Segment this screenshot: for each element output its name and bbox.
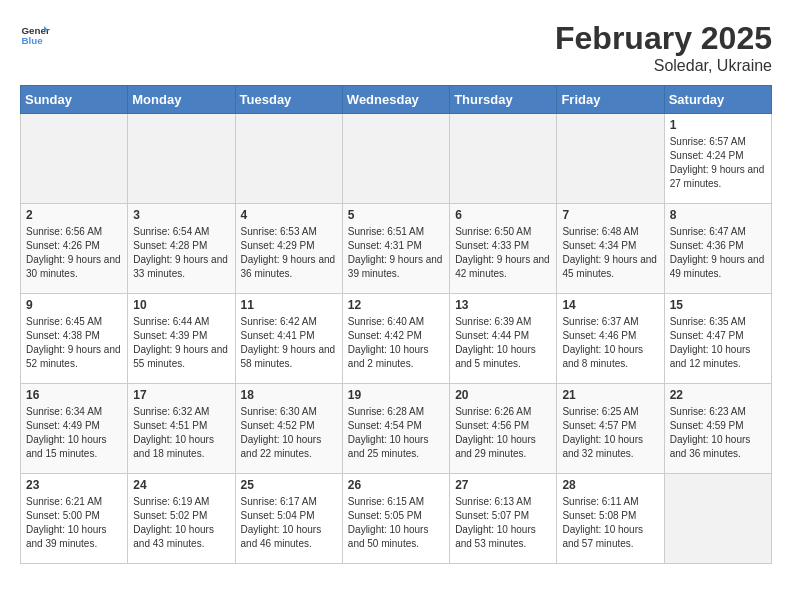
calendar-cell — [128, 114, 235, 204]
header-thursday: Thursday — [450, 86, 557, 114]
day-number: 24 — [133, 478, 229, 492]
day-number: 3 — [133, 208, 229, 222]
calendar-cell: 14Sunrise: 6:37 AM Sunset: 4:46 PM Dayli… — [557, 294, 664, 384]
day-number: 25 — [241, 478, 337, 492]
day-number: 9 — [26, 298, 122, 312]
day-number: 1 — [670, 118, 766, 132]
day-number: 12 — [348, 298, 444, 312]
svg-text:Blue: Blue — [22, 35, 44, 46]
calendar-cell — [21, 114, 128, 204]
calendar-cell: 4Sunrise: 6:53 AM Sunset: 4:29 PM Daylig… — [235, 204, 342, 294]
logo: General Blue — [20, 20, 50, 50]
calendar-cell: 12Sunrise: 6:40 AM Sunset: 4:42 PM Dayli… — [342, 294, 449, 384]
day-info: Sunrise: 6:15 AM Sunset: 5:05 PM Dayligh… — [348, 495, 444, 551]
day-number: 16 — [26, 388, 122, 402]
calendar-cell: 7Sunrise: 6:48 AM Sunset: 4:34 PM Daylig… — [557, 204, 664, 294]
calendar-cell: 5Sunrise: 6:51 AM Sunset: 4:31 PM Daylig… — [342, 204, 449, 294]
week-row-3: 9Sunrise: 6:45 AM Sunset: 4:38 PM Daylig… — [21, 294, 772, 384]
calendar-cell: 19Sunrise: 6:28 AM Sunset: 4:54 PM Dayli… — [342, 384, 449, 474]
day-number: 21 — [562, 388, 658, 402]
calendar-cell: 23Sunrise: 6:21 AM Sunset: 5:00 PM Dayli… — [21, 474, 128, 564]
week-row-4: 16Sunrise: 6:34 AM Sunset: 4:49 PM Dayli… — [21, 384, 772, 474]
header-monday: Monday — [128, 86, 235, 114]
calendar-cell: 26Sunrise: 6:15 AM Sunset: 5:05 PM Dayli… — [342, 474, 449, 564]
day-number: 20 — [455, 388, 551, 402]
calendar-cell: 6Sunrise: 6:50 AM Sunset: 4:33 PM Daylig… — [450, 204, 557, 294]
calendar-cell: 28Sunrise: 6:11 AM Sunset: 5:08 PM Dayli… — [557, 474, 664, 564]
day-info: Sunrise: 6:39 AM Sunset: 4:44 PM Dayligh… — [455, 315, 551, 371]
header-friday: Friday — [557, 86, 664, 114]
day-number: 27 — [455, 478, 551, 492]
calendar-cell: 24Sunrise: 6:19 AM Sunset: 5:02 PM Dayli… — [128, 474, 235, 564]
day-info: Sunrise: 6:57 AM Sunset: 4:24 PM Dayligh… — [670, 135, 766, 191]
calendar-cell: 17Sunrise: 6:32 AM Sunset: 4:51 PM Dayli… — [128, 384, 235, 474]
header-wednesday: Wednesday — [342, 86, 449, 114]
day-info: Sunrise: 6:48 AM Sunset: 4:34 PM Dayligh… — [562, 225, 658, 281]
day-number: 2 — [26, 208, 122, 222]
day-number: 18 — [241, 388, 337, 402]
day-info: Sunrise: 6:25 AM Sunset: 4:57 PM Dayligh… — [562, 405, 658, 461]
week-row-5: 23Sunrise: 6:21 AM Sunset: 5:00 PM Dayli… — [21, 474, 772, 564]
page-title: February 2025 — [555, 20, 772, 57]
day-info: Sunrise: 6:11 AM Sunset: 5:08 PM Dayligh… — [562, 495, 658, 551]
logo-icon: General Blue — [20, 20, 50, 50]
calendar-cell: 8Sunrise: 6:47 AM Sunset: 4:36 PM Daylig… — [664, 204, 771, 294]
calendar-table: SundayMondayTuesdayWednesdayThursdayFrid… — [20, 85, 772, 564]
day-info: Sunrise: 6:51 AM Sunset: 4:31 PM Dayligh… — [348, 225, 444, 281]
day-info: Sunrise: 6:19 AM Sunset: 5:02 PM Dayligh… — [133, 495, 229, 551]
day-number: 11 — [241, 298, 337, 312]
week-row-2: 2Sunrise: 6:56 AM Sunset: 4:26 PM Daylig… — [21, 204, 772, 294]
calendar-cell: 9Sunrise: 6:45 AM Sunset: 4:38 PM Daylig… — [21, 294, 128, 384]
day-number: 13 — [455, 298, 551, 312]
calendar-cell: 21Sunrise: 6:25 AM Sunset: 4:57 PM Dayli… — [557, 384, 664, 474]
day-number: 28 — [562, 478, 658, 492]
day-info: Sunrise: 6:44 AM Sunset: 4:39 PM Dayligh… — [133, 315, 229, 371]
day-info: Sunrise: 6:47 AM Sunset: 4:36 PM Dayligh… — [670, 225, 766, 281]
day-info: Sunrise: 6:17 AM Sunset: 5:04 PM Dayligh… — [241, 495, 337, 551]
day-info: Sunrise: 6:26 AM Sunset: 4:56 PM Dayligh… — [455, 405, 551, 461]
calendar-cell: 25Sunrise: 6:17 AM Sunset: 5:04 PM Dayli… — [235, 474, 342, 564]
calendar-cell — [342, 114, 449, 204]
day-number: 10 — [133, 298, 229, 312]
calendar-cell — [235, 114, 342, 204]
day-info: Sunrise: 6:34 AM Sunset: 4:49 PM Dayligh… — [26, 405, 122, 461]
header-tuesday: Tuesday — [235, 86, 342, 114]
day-number: 15 — [670, 298, 766, 312]
calendar-cell: 22Sunrise: 6:23 AM Sunset: 4:59 PM Dayli… — [664, 384, 771, 474]
week-row-1: 1Sunrise: 6:57 AM Sunset: 4:24 PM Daylig… — [21, 114, 772, 204]
day-info: Sunrise: 6:56 AM Sunset: 4:26 PM Dayligh… — [26, 225, 122, 281]
day-info: Sunrise: 6:42 AM Sunset: 4:41 PM Dayligh… — [241, 315, 337, 371]
calendar-cell: 16Sunrise: 6:34 AM Sunset: 4:49 PM Dayli… — [21, 384, 128, 474]
day-info: Sunrise: 6:37 AM Sunset: 4:46 PM Dayligh… — [562, 315, 658, 371]
day-number: 26 — [348, 478, 444, 492]
day-info: Sunrise: 6:21 AM Sunset: 5:00 PM Dayligh… — [26, 495, 122, 551]
day-info: Sunrise: 6:54 AM Sunset: 4:28 PM Dayligh… — [133, 225, 229, 281]
calendar-cell: 20Sunrise: 6:26 AM Sunset: 4:56 PM Dayli… — [450, 384, 557, 474]
calendar-cell: 1Sunrise: 6:57 AM Sunset: 4:24 PM Daylig… — [664, 114, 771, 204]
calendar-cell: 15Sunrise: 6:35 AM Sunset: 4:47 PM Dayli… — [664, 294, 771, 384]
page-header: General Blue February 2025 Soledar, Ukra… — [20, 20, 772, 75]
calendar-cell: 11Sunrise: 6:42 AM Sunset: 4:41 PM Dayli… — [235, 294, 342, 384]
day-info: Sunrise: 6:35 AM Sunset: 4:47 PM Dayligh… — [670, 315, 766, 371]
day-info: Sunrise: 6:23 AM Sunset: 4:59 PM Dayligh… — [670, 405, 766, 461]
day-number: 4 — [241, 208, 337, 222]
day-info: Sunrise: 6:28 AM Sunset: 4:54 PM Dayligh… — [348, 405, 444, 461]
day-number: 23 — [26, 478, 122, 492]
day-number: 17 — [133, 388, 229, 402]
day-number: 19 — [348, 388, 444, 402]
day-info: Sunrise: 6:53 AM Sunset: 4:29 PM Dayligh… — [241, 225, 337, 281]
day-info: Sunrise: 6:45 AM Sunset: 4:38 PM Dayligh… — [26, 315, 122, 371]
page-subtitle: Soledar, Ukraine — [555, 57, 772, 75]
day-number: 8 — [670, 208, 766, 222]
calendar-cell — [450, 114, 557, 204]
title-block: February 2025 Soledar, Ukraine — [555, 20, 772, 75]
calendar-cell — [664, 474, 771, 564]
calendar-cell: 13Sunrise: 6:39 AM Sunset: 4:44 PM Dayli… — [450, 294, 557, 384]
day-info: Sunrise: 6:32 AM Sunset: 4:51 PM Dayligh… — [133, 405, 229, 461]
calendar-cell — [557, 114, 664, 204]
day-info: Sunrise: 6:50 AM Sunset: 4:33 PM Dayligh… — [455, 225, 551, 281]
day-info: Sunrise: 6:13 AM Sunset: 5:07 PM Dayligh… — [455, 495, 551, 551]
header-saturday: Saturday — [664, 86, 771, 114]
calendar-cell: 2Sunrise: 6:56 AM Sunset: 4:26 PM Daylig… — [21, 204, 128, 294]
day-number: 22 — [670, 388, 766, 402]
